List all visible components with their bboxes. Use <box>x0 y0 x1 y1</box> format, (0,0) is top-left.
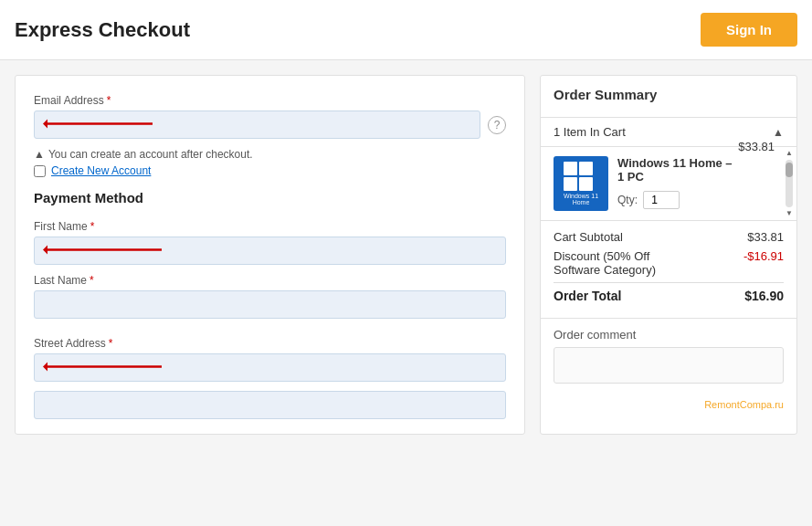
cart-subtotal-label: Cart Subtotal <box>554 230 623 244</box>
separator <box>554 282 784 283</box>
first-name-input[interactable] <box>34 237 506 265</box>
create-account-note: ▲ You can create an account after checko… <box>34 148 506 161</box>
email-label: Email Address * <box>34 94 506 107</box>
order-total-label: Order Total <box>554 289 621 303</box>
email-input[interactable] <box>34 110 480 139</box>
payment-method-title: Payment Method <box>34 190 506 205</box>
product-info: Windows 11 Home – 1 PC $33.81 Qty: <box>617 156 775 211</box>
cart-count: 1 Item In Cart <box>554 125 626 139</box>
scrollbar: ▲ ▼ <box>784 147 795 220</box>
order-comment-label: Order comment <box>554 328 784 342</box>
order-summary-header: Order Summary <box>541 76 796 118</box>
scroll-down-icon[interactable]: ▼ <box>786 209 793 218</box>
required-star-last: * <box>90 274 94 287</box>
left-panel: Email Address * ? <box>15 75 525 435</box>
discount-row: Discount (50% Off Software Category) -$1… <box>554 249 784 277</box>
discount-value: -$16.91 <box>743 249 784 263</box>
product-name: Windows 11 Home – 1 PC <box>617 156 733 184</box>
create-account-row: Create New Account <box>34 164 506 177</box>
help-icon[interactable]: ? <box>488 116 506 134</box>
create-account-link[interactable]: Create New Account <box>51 164 151 177</box>
product-area: Windows 11Home Windows 11 Home – 1 PC $3… <box>541 147 796 221</box>
required-star-first: * <box>90 220 95 233</box>
email-field-row: ? <box>34 110 506 139</box>
required-star: * <box>107 94 111 107</box>
watermark: RemontCompa.ru <box>541 395 796 414</box>
order-summary-title: Order Summary <box>554 87 784 102</box>
order-comment-area: Order comment <box>541 319 796 395</box>
street-address-section: Street Address * <box>34 337 506 382</box>
first-name-label: First Name * <box>34 220 506 233</box>
required-star-street: * <box>109 337 113 350</box>
product-image: Windows 11Home <box>554 156 608 211</box>
discount-label: Discount (50% Off Software Category) <box>554 249 681 277</box>
qty-row: Qty: <box>617 191 775 209</box>
last-name-label: Last Name * <box>34 274 506 287</box>
scroll-thumb <box>786 163 793 177</box>
qty-label: Qty: <box>617 194 638 206</box>
arrow-up-icon: ▲ <box>34 148 45 161</box>
street-address-label: Street Address * <box>34 337 506 350</box>
last-name-section: Last Name * <box>34 274 506 328</box>
create-account-checkbox[interactable] <box>34 165 46 177</box>
sign-in-button[interactable]: Sign In <box>701 13 797 47</box>
totals-area: Cart Subtotal $33.81 Discount (50% Off S… <box>541 221 796 319</box>
scroll-track <box>786 160 793 207</box>
product-price: $33.81 <box>738 140 775 153</box>
cart-subtotal-row: Cart Subtotal $33.81 <box>554 230 784 244</box>
first-name-section: First Name * <box>34 220 506 265</box>
scroll-up-icon[interactable]: ▲ <box>786 149 793 158</box>
qty-input[interactable] <box>643 191 680 209</box>
main-content: Email Address * ? <box>0 60 812 449</box>
email-section: Email Address * ? <box>34 94 506 139</box>
page-title: Express Checkout <box>15 18 190 42</box>
right-panel: Order Summary 1 Item In Cart ▲ <box>540 75 797 435</box>
order-total-value: $16.90 <box>744 289 784 303</box>
street-address-input[interactable] <box>34 353 506 382</box>
extra-input[interactable] <box>34 391 506 419</box>
header: Express Checkout Sign In <box>0 0 812 60</box>
order-comment-input[interactable] <box>554 347 784 384</box>
windows-logo <box>564 162 593 191</box>
last-name-input[interactable] <box>34 290 506 319</box>
cart-subtotal-value: $33.81 <box>747 230 784 244</box>
product-img-label: Windows 11Home <box>564 193 598 205</box>
chevron-up-icon[interactable]: ▲ <box>773 126 784 139</box>
order-total-row: Order Total $16.90 <box>554 289 784 303</box>
